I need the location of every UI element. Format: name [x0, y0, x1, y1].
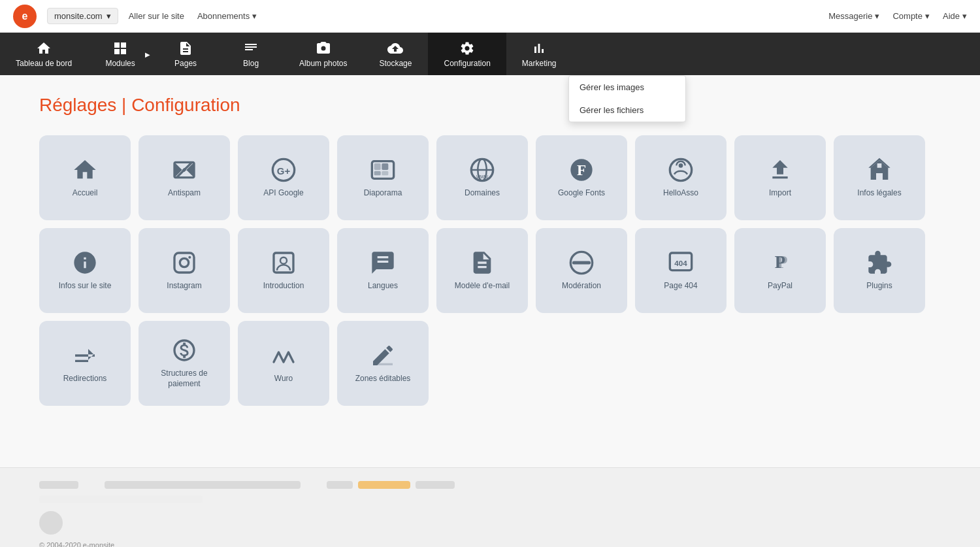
- messagerie-button[interactable]: Messagerie ▾: [828, 11, 879, 21]
- gerer-fichiers-item[interactable]: Gérer les fichiers: [569, 99, 685, 122]
- page-footer: © 2004-2020 e-monsite: [0, 467, 980, 547]
- config-card-diaporama[interactable]: Diaporama: [337, 135, 429, 220]
- footer-blur-2: [105, 481, 301, 489]
- config-card-accueil[interactable]: Accueil: [39, 135, 131, 220]
- top-navigation: e monsite.com ▾ Aller sur le site Abonne…: [0, 0, 980, 33]
- top-nav-links: Aller sur le site Abonnements ▾: [129, 11, 257, 21]
- svg-text:P: P: [777, 253, 787, 273]
- svg-point-15: [679, 163, 683, 168]
- page-title: Réglages | Configuration: [39, 95, 941, 116]
- svg-point-20: [280, 257, 287, 264]
- svg-text:404: 404: [674, 259, 687, 267]
- svg-rect-5: [382, 163, 388, 170]
- config-grid: Accueil Antispam G+ API Google Diaporama…: [39, 135, 941, 406]
- compte-button[interactable]: Compte ▾: [892, 11, 930, 21]
- footer-blur-1: [39, 481, 78, 489]
- site-name-button[interactable]: monsite.com ▾: [47, 8, 118, 24]
- config-card-instagram[interactable]: Instagram: [139, 228, 230, 313]
- config-card-google-fonts[interactable]: F Google Fonts: [536, 135, 627, 220]
- config-card-antispam[interactable]: Antispam: [139, 135, 230, 220]
- nav-configuration[interactable]: Configuration: [428, 33, 506, 75]
- aide-button[interactable]: Aide ▾: [943, 11, 967, 21]
- footer-copyright: © 2004-2020 e-monsite: [39, 541, 941, 547]
- logo: e: [13, 5, 37, 28]
- config-card-moderation[interactable]: Modération: [536, 228, 627, 313]
- config-card-page-404[interactable]: 404 Page 404: [635, 228, 727, 313]
- nav-tableau-de-bord[interactable]: Tableau de bord: [0, 33, 88, 75]
- nav-marketing[interactable]: Marketing: [506, 33, 572, 75]
- svg-point-17: [180, 259, 188, 267]
- config-card-import[interactable]: Import: [734, 135, 826, 220]
- svg-point-18: [188, 256, 191, 259]
- config-card-zones-editables[interactable]: Zones éditables: [337, 321, 429, 406]
- svg-text:F: F: [577, 162, 586, 179]
- footer-blur-4: [416, 481, 455, 489]
- footer-blur-orange: [358, 481, 410, 489]
- top-nav-right: Messagerie ▾ Compte ▾ Aide ▾: [828, 11, 967, 21]
- stockage-dropdown: Gérer les images Gérer les fichiers: [568, 75, 686, 122]
- config-card-infos-legales[interactable]: Infos légales: [834, 135, 925, 220]
- config-card-wuro[interactable]: Wuro: [238, 321, 329, 406]
- nav-stockage[interactable]: Stockage: [363, 33, 428, 75]
- config-card-api-google[interactable]: G+ API Google: [238, 135, 329, 220]
- config-card-modele-email[interactable]: Modèle d'e-mail: [436, 228, 528, 313]
- config-card-plugins[interactable]: Plugins: [834, 228, 925, 313]
- config-card-redirections[interactable]: Redirections: [39, 321, 131, 406]
- config-card-structures-paiement[interactable]: Structures de paiement: [139, 321, 230, 406]
- footer-avatar: [39, 511, 63, 535]
- config-card-domaines[interactable]: www Domaines: [436, 135, 528, 220]
- nav-blog[interactable]: Blog: [218, 33, 284, 75]
- footer-blurred-content: [39, 481, 941, 489]
- svg-text:www: www: [476, 174, 489, 180]
- nav-album-photos[interactable]: Album photos: [284, 33, 363, 75]
- config-card-helloasso[interactable]: HelloAsso: [635, 135, 727, 220]
- nav-pages[interactable]: Pages: [153, 33, 218, 75]
- svg-rect-16: [174, 253, 194, 273]
- config-card-langues[interactable]: Langues: [337, 228, 429, 313]
- svg-rect-4: [374, 163, 381, 170]
- config-card-paypal[interactable]: P P PayPal: [734, 228, 826, 313]
- svg-rect-6: [374, 171, 381, 176]
- footer-blur-bar: [39, 495, 203, 503]
- footer-blur-3: [327, 481, 353, 489]
- svg-rect-7: [382, 171, 388, 176]
- svg-text:G+: G+: [277, 165, 291, 176]
- svg-rect-27: [373, 363, 393, 365]
- aller-sur-site-link[interactable]: Aller sur le site: [129, 11, 184, 21]
- main-navigation: Tableau de bord Modules ▶ Pages Blog Alb…: [0, 33, 980, 75]
- config-card-infos-site[interactable]: Infos sur le site: [39, 228, 131, 313]
- nav-modules[interactable]: Modules ▶: [88, 33, 153, 75]
- svg-point-14: [670, 159, 691, 181]
- config-card-introduction[interactable]: Introduction: [238, 228, 329, 313]
- page-content: Réglages | Configuration Accueil Antispa…: [0, 75, 980, 467]
- gerer-images-item[interactable]: Gérer les images: [569, 76, 685, 99]
- abonnements-link[interactable]: Abonnements ▾: [197, 11, 257, 21]
